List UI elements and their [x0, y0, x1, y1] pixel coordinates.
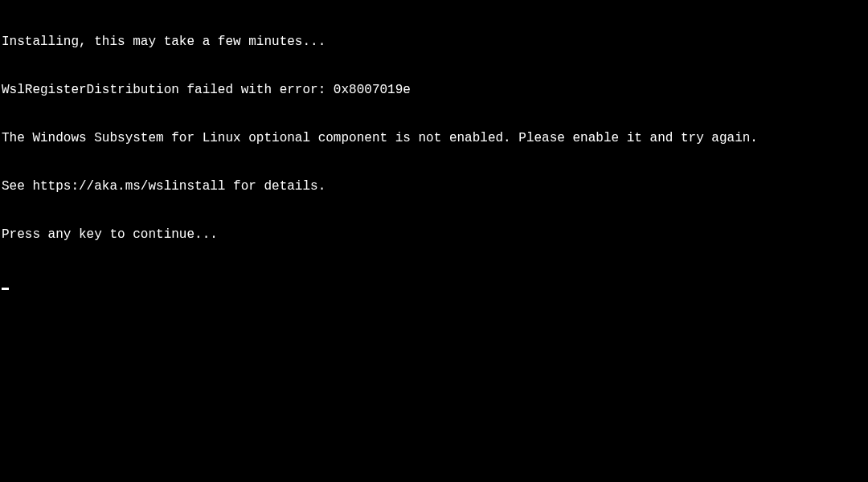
- terminal-line: WslRegisterDistribution failed with erro…: [2, 82, 866, 98]
- terminal-line: Installing, this may take a few minutes.…: [2, 34, 866, 50]
- terminal-line: See https://aka.ms/wslinstall for detail…: [2, 178, 866, 194]
- cursor-icon: [2, 288, 9, 290]
- terminal-line: Press any key to continue...: [2, 227, 866, 243]
- terminal-cursor-line: [2, 275, 866, 291]
- terminal-output[interactable]: Installing, this may take a few minutes.…: [0, 0, 868, 482]
- terminal-line: The Windows Subsystem for Linux optional…: [2, 130, 866, 146]
